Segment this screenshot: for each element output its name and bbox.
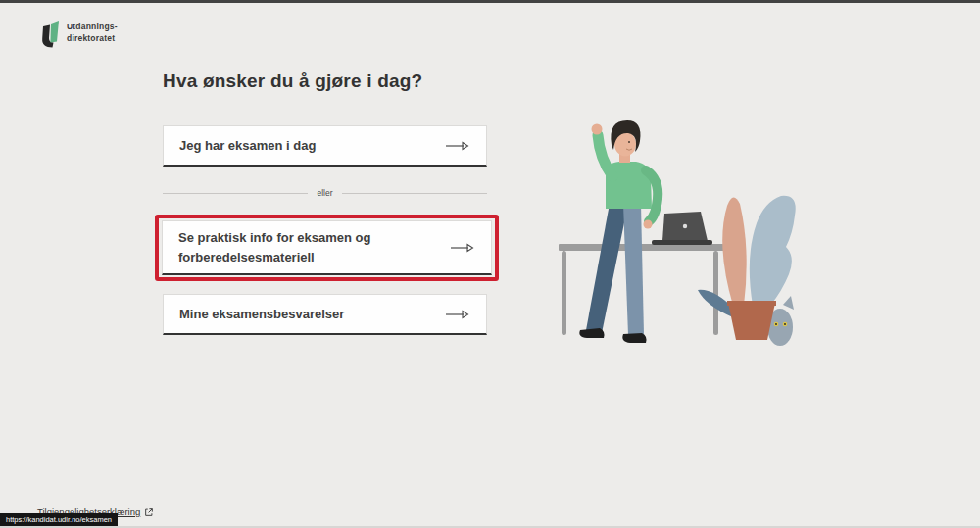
logo-line-2: direktoratet	[67, 33, 118, 44]
button-exam-today[interactable]: Jeg har eksamen i dag	[163, 125, 487, 167]
person-hand-right	[644, 220, 653, 229]
desk-leg-left	[562, 251, 566, 335]
window-top-edge	[0, 0, 980, 3]
person-shoe-left	[579, 328, 604, 338]
divider-line-right	[342, 193, 487, 194]
plant-leaf-blue	[750, 196, 796, 306]
page-title: Hva ønsker du å gjøre i dag?	[163, 71, 422, 92]
arrow-right-icon	[445, 140, 470, 152]
udir-logo-mark	[37, 18, 60, 48]
or-divider: eller	[163, 186, 487, 200]
status-bar-url: https://kandidat.udir.no/eksamen	[0, 513, 118, 527]
button-practical-info[interactable]: Se praktisk info for eksamen og forbered…	[162, 220, 492, 275]
laptop-base	[652, 240, 712, 245]
button-exam-today-label: Jeg har eksamen i dag	[179, 136, 445, 156]
person-leg-back	[586, 204, 628, 333]
udir-logo: Utdannings- direktoratet	[37, 18, 118, 48]
person-leg-front	[623, 204, 644, 335]
desk-leg-right	[713, 251, 718, 335]
external-link-icon	[144, 507, 154, 517]
person-shoe-right	[622, 333, 646, 343]
app-window: Utdannings- direktoratet Hva ønsker du å…	[0, 0, 980, 528]
arrow-right-icon	[450, 242, 475, 254]
illustration-person-at-desk	[551, 108, 830, 352]
udir-logo-text: Utdannings- direktoratet	[67, 22, 118, 43]
person-hand-waving	[592, 124, 603, 135]
button-my-answers[interactable]: Mine eksamensbesvarelser	[163, 294, 487, 335]
divider-label: eller	[308, 188, 341, 198]
plant-pot	[728, 303, 775, 340]
highlight-annotation: Se praktisk info for eksamen og forbered…	[155, 215, 499, 281]
divider-line-left	[163, 193, 308, 194]
arrow-right-icon	[445, 309, 470, 320]
button-my-answers-label: Mine eksamensbesvarelser	[179, 305, 445, 324]
logo-line-1: Utdannings-	[67, 22, 118, 32]
plant-leaf-salmon	[722, 197, 747, 306]
button-practical-info-label: Se praktisk info for eksamen og forbered…	[178, 228, 450, 266]
